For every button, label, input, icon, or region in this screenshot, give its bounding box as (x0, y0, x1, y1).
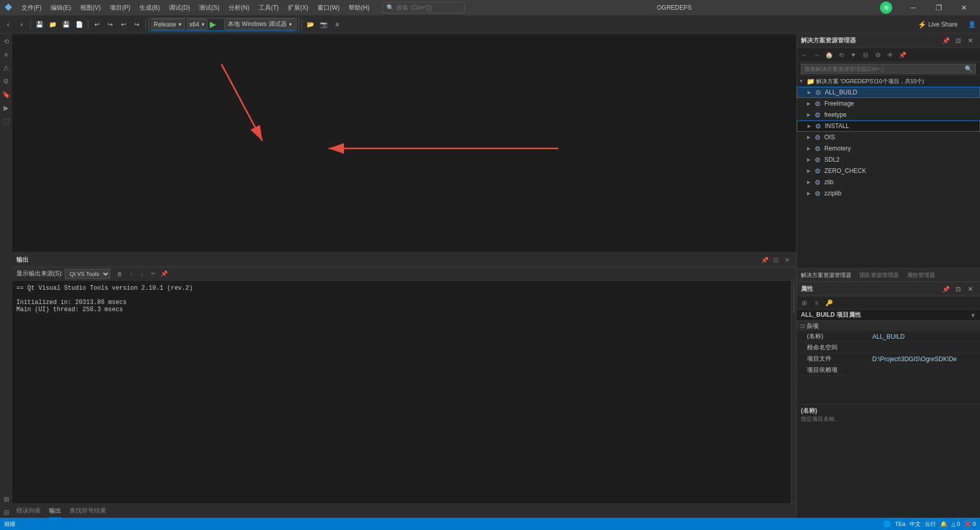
sb-filter[interactable]: ▼ (848, 49, 859, 61)
tree-item-solution[interactable]: ▼ 📁 解决方案 'OGREDEPS'(10个项目，共10个) (797, 75, 980, 87)
sb-settings[interactable]: ⚙ (872, 49, 884, 61)
sidebar-tab-props[interactable]: 属性管理器 (905, 270, 937, 280)
props-pin-btn[interactable]: 📌 (940, 284, 951, 295)
menu-edit[interactable]: 编辑(E) (46, 3, 75, 13)
activity-icon-bookmark[interactable]: 🔖 (1, 89, 12, 100)
activity-icon-list[interactable]: ≡ (1, 49, 12, 60)
scrollbar-thumb[interactable] (794, 283, 794, 313)
toolbar-save[interactable]: 💾 (60, 18, 72, 31)
props-close-btn[interactable]: ✕ (965, 284, 976, 295)
props-row-deps[interactable]: 项目依赖项 (797, 365, 980, 376)
status-cloud[interactable]: 云行 (925, 520, 936, 528)
title-search-box[interactable]: 🔍 (383, 2, 464, 13)
status-errors[interactable]: ❌ 0 (964, 521, 976, 527)
menu-build[interactable]: 生成(B) (135, 3, 164, 13)
toolbar-redo2[interactable]: ↪ (131, 18, 143, 31)
panel-tab-find[interactable]: 查找符号结果 (69, 504, 106, 517)
output-scroll-down[interactable]: ↓ (137, 269, 147, 279)
minimize-button[interactable]: ─ (901, 0, 925, 15)
tree-item-sdl2[interactable]: ▶ ⚙ SDL2 (797, 154, 980, 165)
sidebar-pin-btn[interactable]: 📌 (940, 35, 951, 46)
output-scroll-up[interactable]: ↑ (126, 269, 136, 279)
status-bell[interactable]: 🔔 (940, 521, 947, 527)
title-search-input[interactable] (396, 4, 461, 11)
status-ready[interactable]: 就绪 (4, 520, 15, 528)
panel-tab-output[interactable]: 输出 (49, 504, 61, 518)
sb-refresh[interactable]: ⟲ (836, 49, 847, 61)
sidebar-close-btn[interactable]: ✕ (965, 35, 976, 46)
output-clear-button[interactable]: 🗑 (114, 269, 125, 279)
activity-icon-split[interactable]: ⬚ (1, 115, 12, 127)
output-content[interactable]: == Qt Visual Studio Tools version 2.10.1… (12, 281, 791, 503)
build-configuration-dropdown[interactable]: Release ▼ (151, 19, 185, 30)
tree-item-zero-check[interactable]: ▶ ⚙ ZERO_CHECK (797, 165, 980, 176)
debug-target-dropdown[interactable]: 本地 Windows 调试器 ▼ (224, 19, 296, 30)
panel-float-button[interactable]: ⊡ (771, 255, 781, 265)
menu-help[interactable]: 帮助(H) (345, 3, 374, 13)
props-list-btn[interactable]: ≡ (811, 297, 822, 309)
toolbar-new[interactable]: 📄 (73, 18, 85, 31)
status-tea[interactable]: TEa (895, 521, 905, 527)
toolbar-undo[interactable]: ↩ (91, 18, 103, 31)
tree-item-install[interactable]: ▶ ⚙ INSTALL (797, 120, 980, 132)
menu-file[interactable]: 文件(F) (17, 3, 45, 13)
activity-icon-warn[interactable]: ⚠ (1, 62, 12, 73)
panel-pin-button[interactable]: 📌 (760, 255, 770, 265)
menu-extensions[interactable]: 扩展(X) (284, 3, 312, 13)
status-lang[interactable]: 中文 (910, 520, 921, 528)
tree-item-ois[interactable]: ▶ ⚙ OIS (797, 132, 980, 143)
sb-collapse[interactable]: ⊟ (860, 49, 871, 61)
props-row-file[interactable]: 项目文件 D:\Project\3DGIS\OgreSDK\De (797, 354, 980, 365)
menu-bar[interactable]: 文件(F) 编辑(E) 视图(V) 项目(P) 生成(B) 调试(D) 测试(S… (17, 3, 374, 13)
activity-icon-play[interactable]: ▶ (1, 102, 12, 113)
activity-icon-settings[interactable]: ⚙ (1, 75, 12, 87)
sb-forward[interactable]: → (811, 49, 822, 61)
tree-item-freetype[interactable]: ▶ ⚙ freetype (797, 109, 980, 120)
window-controls[interactable]: ─ ❐ ✕ (901, 0, 976, 15)
props-float-btn[interactable]: ⊡ (952, 284, 964, 295)
menu-view[interactable]: 视图(V) (76, 3, 105, 13)
menu-project[interactable]: 项目(P) (106, 3, 134, 13)
menu-window[interactable]: 窗口(W) (313, 3, 344, 13)
props-key-btn[interactable]: 🔑 (823, 297, 835, 309)
props-row-name[interactable]: (名称) ALL_BUILD (797, 331, 980, 342)
sb-back[interactable]: ← (799, 49, 810, 61)
sb-home[interactable]: 🏠 (823, 49, 835, 61)
toolbar-undo2[interactable]: ↩ (117, 18, 130, 31)
menu-test[interactable]: 测试(S) (195, 3, 224, 13)
panel-close-button[interactable]: ✕ (782, 255, 792, 265)
tree-item-all-build[interactable]: ▶ ⚙ ALL_BUILD (797, 87, 980, 98)
sidebar-tab-team[interactable]: 团队资源管理器 (857, 270, 901, 280)
menu-tools[interactable]: 工具(T) (255, 3, 283, 13)
sidebar-search-input[interactable] (801, 64, 976, 74)
panel-tab-errors[interactable]: 错误列表 (16, 504, 41, 517)
toolbar-folder[interactable]: 📂 (305, 18, 317, 31)
props-grid-btn[interactable]: ⊞ (799, 297, 810, 309)
menu-analyze[interactable]: 分析(N) (225, 3, 254, 13)
tree-item-remotery[interactable]: ▶ ⚙ Remotery (797, 143, 980, 154)
output-scrollbar[interactable] (791, 281, 796, 503)
props-section-misc[interactable]: □ 杂项 (797, 321, 980, 331)
output-wrap-button[interactable]: ↵ (148, 269, 158, 279)
restore-button[interactable]: ❐ (927, 0, 950, 15)
status-warnings[interactable]: △ 0 (951, 521, 960, 527)
status-network[interactable]: 🌐 (884, 521, 891, 527)
tree-item-zziplib[interactable]: ▶ ⚙ zziplib (797, 188, 980, 199)
sidebar-tab-solution[interactable]: 解决方案资源管理器 (799, 270, 853, 280)
sb-preview[interactable]: 👁 (885, 49, 896, 61)
toolbar-extra[interactable]: ≡ (331, 18, 344, 31)
toolbar-back[interactable]: ‹ (2, 18, 14, 31)
menu-debug[interactable]: 调试(D) (165, 3, 194, 13)
props-row-namespace[interactable]: 根命名空间 (797, 342, 980, 354)
platform-dropdown[interactable]: x64 ▼ (187, 19, 208, 30)
output-source-select[interactable]: Qt VS Tools (65, 269, 110, 279)
activity-icon-refresh[interactable]: ⟲ (1, 36, 12, 47)
toolbar-redo[interactable]: ↪ (104, 18, 116, 31)
run-button[interactable]: ▶ (210, 19, 222, 30)
tree-item-zlib[interactable]: ▶ ⚙ zlib (797, 176, 980, 188)
activity-icon-bottom2[interactable]: ⊟ (1, 507, 12, 518)
toolbar-person[interactable]: 👤 (966, 18, 978, 31)
user-avatar[interactable]: 海 (880, 2, 892, 14)
live-share-button[interactable]: ⚡ Live Share (914, 19, 962, 30)
output-pin-button[interactable]: 📌 (159, 269, 169, 279)
